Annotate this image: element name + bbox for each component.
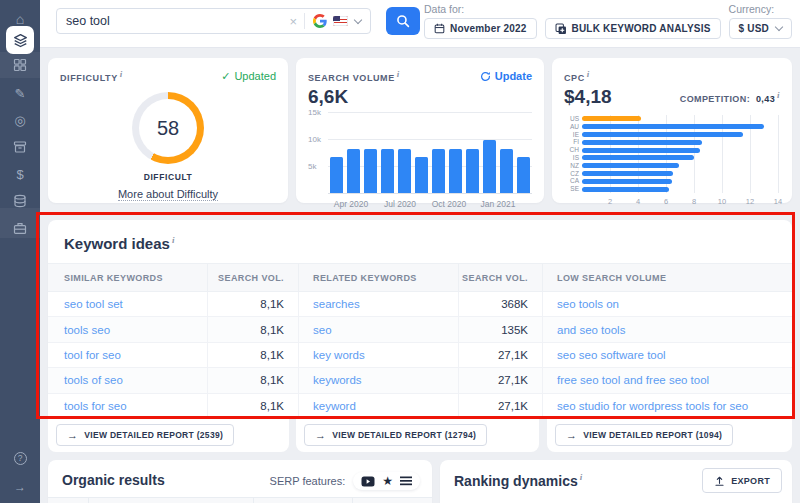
bulk-keyword-analysis-button[interactable]: BULK KEYWORD ANALYSIS [545, 18, 721, 39]
y-axis-label: 10k [308, 135, 321, 144]
sidebar-item-keyword-research[interactable] [6, 26, 34, 54]
star-icon[interactable]: ★ [382, 475, 393, 487]
export-icon [714, 475, 725, 487]
sidebar-item-archive[interactable] [0, 134, 40, 160]
export-button[interactable]: EXPORT [702, 468, 782, 493]
sidebar-item-pricing[interactable]: $ [0, 161, 40, 187]
x-axis-label: Apr 2020 [334, 199, 369, 209]
volume-bar [415, 157, 428, 193]
info-icon[interactable]: i [777, 90, 780, 100]
google-logo-icon[interactable] [313, 14, 327, 28]
keyword-link[interactable]: tool for seo [48, 349, 207, 361]
header-cell [352, 498, 432, 503]
keyword-table-body: seo tool set8,1Ksearches368Kseo tools on… [48, 292, 792, 418]
sidebar-item-content-editor[interactable]: ✎ [0, 80, 40, 106]
search-query-text[interactable]: seo tool [66, 14, 289, 28]
export-label: EXPORT [731, 476, 770, 486]
column-header[interactable]: RELATED KEYWORDS [298, 264, 458, 291]
column-header[interactable]: SIMILAR KEYWORDS [48, 273, 207, 283]
keyword-search-input[interactable]: seo tool × [56, 8, 371, 34]
search-button[interactable] [386, 7, 420, 35]
info-icon[interactable]: i [172, 235, 175, 245]
info-icon[interactable]: i [120, 69, 123, 79]
x-axis-tick-label: 12 [746, 197, 754, 206]
keyword-link[interactable]: and seo tools [542, 317, 792, 341]
sidebar-collapse-toggle[interactable]: → [0, 474, 40, 500]
difficulty-gauge: 58 [132, 92, 204, 164]
y-axis-label: 5k [308, 162, 316, 171]
keyword-link[interactable]: seo seo software tool [542, 343, 792, 367]
keyword-link[interactable]: seo tool set [48, 298, 207, 310]
table-row: tool for seo8,1Kkey words27,1Kseo seo so… [48, 343, 792, 368]
keyword-link[interactable]: keyword [298, 394, 458, 418]
keyword-link[interactable]: key words [298, 343, 458, 367]
info-icon[interactable]: i [580, 472, 583, 482]
search-volume-value: 27,1K [458, 394, 542, 418]
info-icon[interactable]: i [397, 69, 400, 79]
column-header[interactable]: LOW SEARCH VOLUME [542, 264, 792, 291]
report-strip: →VIEW DETAILED REPORT (1094) [547, 418, 792, 452]
dollar-icon: $ [16, 167, 23, 182]
chevron-down-icon[interactable] [354, 15, 362, 23]
date-picker-button[interactable]: November 2022 [424, 18, 537, 39]
volume-bars [330, 140, 530, 193]
us-flag-icon[interactable] [333, 16, 348, 26]
view-detailed-report-button[interactable]: →VIEW DETAILED REPORT (1094) [555, 424, 733, 446]
organic-results-card: Organic results SERP features: ★ TOTAL [48, 460, 432, 503]
add-document-icon [555, 23, 567, 35]
volume-bar [381, 149, 394, 193]
table-row: tools for seo8,1Kkeyword27,1Kseo studio … [48, 394, 792, 418]
info-icon[interactable]: i [587, 69, 590, 79]
arrow-right-icon: → [14, 480, 26, 494]
bulk-keyword-analysis-label: BULK KEYWORD ANALYSIS [572, 23, 711, 34]
view-detailed-report-button[interactable]: →VIEW DETAILED REPORT (2539) [56, 424, 234, 446]
y-axis-label: 15k [308, 108, 321, 117]
keyword-link[interactable]: free seo tool and free seo tool [542, 368, 792, 392]
cpc-country-row [582, 123, 778, 131]
sidebar-item-help[interactable]: ? [0, 445, 40, 471]
sidebar-item-database[interactable] [0, 188, 40, 214]
cpc-country-row [582, 170, 778, 178]
sidebar-item-dashboard[interactable] [0, 52, 40, 78]
cpc-bar [582, 163, 679, 168]
updated-status: ✓ Updated [221, 70, 276, 83]
update-button[interactable]: Update [480, 70, 532, 82]
column-header[interactable]: SEARCH VOL. [207, 264, 298, 291]
currency-value: $ USD [739, 23, 769, 34]
cpc-country-row [582, 138, 778, 146]
more-about-difficulty-link[interactable]: More about Difficulty [118, 188, 218, 201]
list-icon[interactable] [400, 476, 412, 486]
sidebar-item-tools[interactable] [0, 215, 40, 241]
keyword-link[interactable]: seo [298, 317, 458, 341]
clear-search-icon[interactable]: × [289, 14, 297, 29]
pencil-icon: ✎ [15, 86, 26, 101]
keyword-ideas-title: Keyword ideasi [48, 220, 792, 252]
volume-bar [517, 157, 530, 193]
cpc-bar [582, 132, 743, 137]
cpc-bar [582, 140, 702, 145]
briefcase-icon [13, 221, 27, 235]
table-row: seo tool set8,1Ksearches368Kseo tools on [48, 292, 792, 317]
volume-bar [500, 149, 513, 193]
cpc-title: CPCi [564, 69, 590, 83]
cpc-bar [582, 187, 669, 192]
cpc-plot: 2468101214 [582, 115, 778, 193]
keyword-link[interactable]: keywords [298, 368, 458, 392]
keyword-link[interactable]: seo tools on [542, 292, 792, 316]
currency-select[interactable]: $ USD [729, 18, 792, 39]
keyword-link[interactable]: tools seo [48, 324, 207, 336]
arrow-right-icon: → [315, 429, 326, 441]
view-detailed-report-button[interactable]: →VIEW DETAILED REPORT (12794) [304, 424, 487, 446]
country-label: CH [564, 146, 579, 154]
sidebar-item-target[interactable]: ◎ [0, 107, 40, 133]
column-header[interactable]: SEARCH VOL. [458, 264, 542, 291]
video-icon[interactable] [361, 476, 375, 487]
keyword-link[interactable]: seo studio for wordpress tools for seo [542, 394, 792, 418]
cpc-country-row [582, 177, 778, 185]
data-for-label: Data for: [424, 3, 537, 15]
keyword-link[interactable]: tools of seo [48, 374, 207, 386]
gridline [328, 112, 532, 113]
keyword-link[interactable]: tools for seo [48, 400, 207, 412]
keyword-link[interactable]: searches [298, 292, 458, 316]
search-volume-card: SEARCH VOLUMEi Update 6,6K 15k10k5k Apr … [296, 58, 544, 203]
